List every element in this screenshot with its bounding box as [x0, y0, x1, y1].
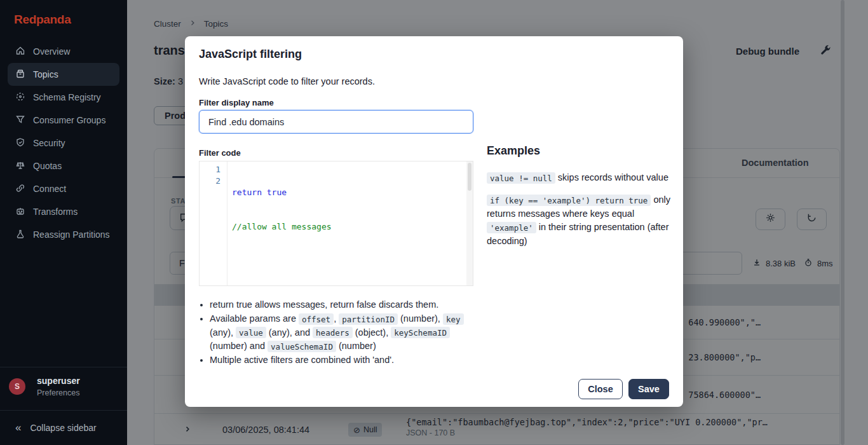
- sidebar: Redpanda Overview Topics Schema Registry…: [0, 0, 127, 445]
- sidebar-item-topics[interactable]: Topics: [8, 63, 119, 86]
- sidebar-item-label: Quotas: [33, 161, 62, 171]
- example-item: if (key == 'example') return true only r…: [487, 193, 671, 248]
- inline-code-chip: value != null: [487, 172, 555, 184]
- note-item: Multiple active filters are combined wit…: [210, 353, 478, 367]
- note-item: Available params are offset, partitionID…: [210, 312, 478, 353]
- filter-code-label: Filter code: [199, 148, 241, 158]
- sidebar-item-reassign-partitions[interactable]: Reassign Partitions: [8, 223, 119, 246]
- code-line: return true: [232, 187, 466, 198]
- sidebar-item-label: Reassign Partitions: [33, 229, 110, 240]
- preferences-link[interactable]: Preferences: [37, 388, 79, 397]
- chevron-double-left-icon: «: [15, 421, 21, 434]
- code-editor[interactable]: 1 2 return true //allow all messages: [199, 161, 473, 286]
- sidebar-item-label: Topics: [33, 69, 58, 79]
- inline-code-chip: partitionID: [339, 313, 398, 325]
- sidebar-item-schema-registry[interactable]: Schema Registry: [8, 86, 119, 109]
- save-button[interactable]: Save: [628, 379, 669, 399]
- sidebar-item-overview[interactable]: Overview: [8, 40, 119, 63]
- inline-code-chip: keySchemaID: [391, 327, 450, 338]
- line-number: 1: [200, 164, 220, 175]
- scales-icon: [15, 160, 25, 172]
- note-item: return true allows messages, return fals…: [210, 298, 478, 312]
- divider: [0, 410, 127, 411]
- filter-name-label: Filter display name: [199, 98, 274, 107]
- robot-icon: [15, 206, 25, 218]
- sidebar-item-label: Security: [33, 138, 65, 148]
- javascript-filtering-modal: JavaScript filtering Write JavaScript co…: [185, 36, 683, 407]
- close-button[interactable]: Close: [578, 379, 623, 399]
- user-name: superuser: [37, 376, 80, 386]
- avatar: S: [9, 378, 25, 395]
- sidebar-item-connect[interactable]: Connect: [8, 177, 119, 200]
- line-number-gutter: 1 2: [200, 161, 227, 285]
- inline-code-chip: headers: [313, 327, 353, 338]
- collapse-sidebar-button[interactable]: « Collapse sidebar: [15, 421, 97, 434]
- modal-title: JavaScript filtering: [199, 48, 302, 61]
- sidebar-item-label: Schema Registry: [33, 92, 101, 102]
- filter-notes: return true allows messages, return fals…: [199, 298, 478, 367]
- divider: [0, 367, 127, 367]
- collapse-label: Collapse sidebar: [30, 423, 96, 433]
- funnel-icon: [15, 114, 25, 127]
- link-icon: [15, 183, 25, 195]
- flask-icon: [15, 229, 25, 241]
- inline-code-chip: 'example': [487, 222, 536, 233]
- sidebar-item-consumer-groups[interactable]: Consumer Groups: [8, 109, 119, 132]
- topics-icon: [15, 69, 25, 81]
- examples-heading: Examples: [487, 144, 540, 158]
- modal-description: Write JavaScript code to filter your rec…: [199, 76, 375, 86]
- inline-code-chip: if (key == 'example') return true: [487, 195, 651, 206]
- sidebar-item-transforms[interactable]: Transforms: [8, 200, 119, 223]
- inline-code-chip: key: [443, 313, 464, 325]
- example-item: value != null skips records without valu…: [487, 171, 671, 185]
- filter-name-input[interactable]: Find .edu domains: [199, 110, 473, 134]
- line-number: 2: [200, 175, 220, 187]
- app-root: Redpanda Overview Topics Schema Registry…: [0, 0, 868, 445]
- code-line: //allow all messages: [232, 221, 466, 233]
- inline-code-chip: offset: [299, 313, 334, 325]
- shield-icon: [15, 137, 25, 149]
- sidebar-item-label: Consumer Groups: [33, 115, 105, 125]
- code-area[interactable]: return true //allow all messages: [228, 161, 466, 285]
- schema-registry-icon: [15, 92, 25, 104]
- inline-code-chip: valueSchemaID: [268, 341, 336, 352]
- editor-scrollbar-thumb[interactable]: [468, 163, 471, 191]
- home-icon: [15, 46, 25, 58]
- sidebar-item-label: Overview: [33, 46, 70, 57]
- sidebar-item-label: Connect: [33, 184, 66, 194]
- redpanda-logo: Redpanda: [14, 13, 71, 27]
- sidebar-item-security[interactable]: Security: [8, 132, 119, 154]
- inline-code-chip: value: [236, 327, 266, 338]
- sidebar-item-quotas[interactable]: Quotas: [8, 154, 119, 177]
- editor-scrollbar[interactable]: [466, 161, 473, 285]
- sidebar-item-label: Transforms: [33, 207, 78, 217]
